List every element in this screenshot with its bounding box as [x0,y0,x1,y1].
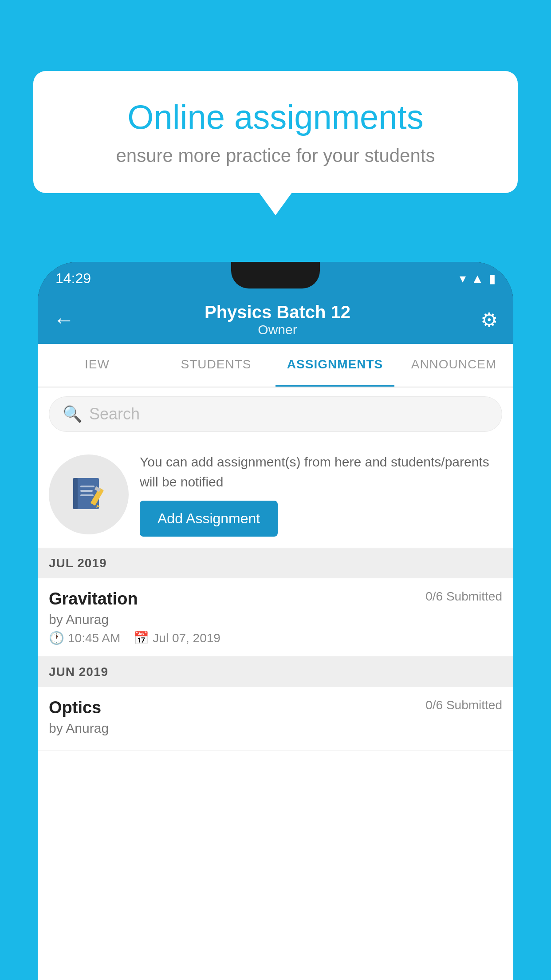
assignment-item-header-optics: Optics 0/6 Submitted [49,698,502,717]
svg-rect-3 [80,490,93,492]
assignment-meta-gravitation: 🕐 10:45 AM 📅 Jul 07, 2019 [49,631,502,645]
app-bar-title-container: Physics Batch 12 Owner [205,302,350,337]
assignment-item-gravitation[interactable]: Gravitation 0/6 Submitted by Anurag 🕐 10… [38,578,513,657]
app-bar-subtitle: Owner [205,322,350,337]
assignment-title-gravitation: Gravitation [49,589,138,609]
svg-rect-1 [73,478,78,509]
phone-frame: 14:29 ▾ ▲ ▮ ← Physics Batch 12 Owner ⚙ I… [38,262,513,980]
assignment-title-optics: Optics [49,698,101,717]
search-bar-container: 🔍 Search [38,387,513,441]
tab-assignments[interactable]: ASSIGNMENTS [276,344,394,387]
speech-bubble-subtitle: ensure more practice for your students [64,145,487,166]
status-bar: 14:29 ▾ ▲ ▮ [38,262,513,295]
tab-iew[interactable]: IEW [38,344,157,387]
back-button[interactable]: ← [53,308,75,332]
settings-icon[interactable]: ⚙ [480,308,498,331]
status-icons: ▾ ▲ ▮ [460,271,496,286]
add-assignment-button[interactable]: Add Assignment [140,501,278,537]
speech-bubble: Online assignments ensure more practice … [33,71,518,193]
assignment-date-gravitation: 📅 Jul 07, 2019 [134,631,220,645]
search-bar[interactable]: 🔍 Search [49,396,502,432]
tab-announcements[interactable]: ANNOUNCEM [394,344,513,387]
section-header-jul: JUL 2019 [38,548,513,578]
section-header-jun: JUN 2019 [38,657,513,687]
assignment-by-gravitation: by Anurag [49,612,502,627]
clock-icon: 🕐 [49,631,64,645]
tabs-container: IEW STUDENTS ASSIGNMENTS ANNOUNCEM [38,344,513,387]
assignment-submitted-gravitation: 0/6 Submitted [425,589,502,604]
status-time: 14:29 [55,270,91,287]
app-bar: ← Physics Batch 12 Owner ⚙ [38,295,513,344]
empty-banner-content: You can add assignment(s) from here and … [140,452,502,537]
speech-bubble-container: Online assignments ensure more practice … [33,71,518,193]
assignment-by-optics: by Anurag [49,721,502,736]
assignment-item-optics[interactable]: Optics 0/6 Submitted by Anurag [38,687,513,751]
speech-bubble-title: Online assignments [64,98,487,136]
search-icon: 🔍 [63,405,83,423]
empty-state-banner: You can add assignment(s) from here and … [38,441,513,548]
assignment-item-header: Gravitation 0/6 Submitted [49,589,502,609]
app-bar-title: Physics Batch 12 [205,302,350,322]
assignment-time-gravitation: 🕐 10:45 AM [49,631,120,645]
svg-rect-2 [80,486,94,487]
wifi-icon: ▾ [460,271,466,286]
empty-state-description: You can add assignment(s) from here and … [140,452,502,492]
battery-icon: ▮ [489,271,496,286]
assignment-submitted-optics: 0/6 Submitted [425,698,502,712]
tab-students[interactable]: STUDENTS [157,344,276,387]
phone-screen: IEW STUDENTS ASSIGNMENTS ANNOUNCEM 🔍 Sea… [38,344,513,980]
calendar-icon: 📅 [134,631,149,645]
svg-rect-4 [80,494,94,496]
search-placeholder: Search [89,405,140,423]
empty-icon-circle [49,454,129,534]
notebook-svg-icon [69,474,109,514]
signal-icon: ▲ [471,272,484,286]
